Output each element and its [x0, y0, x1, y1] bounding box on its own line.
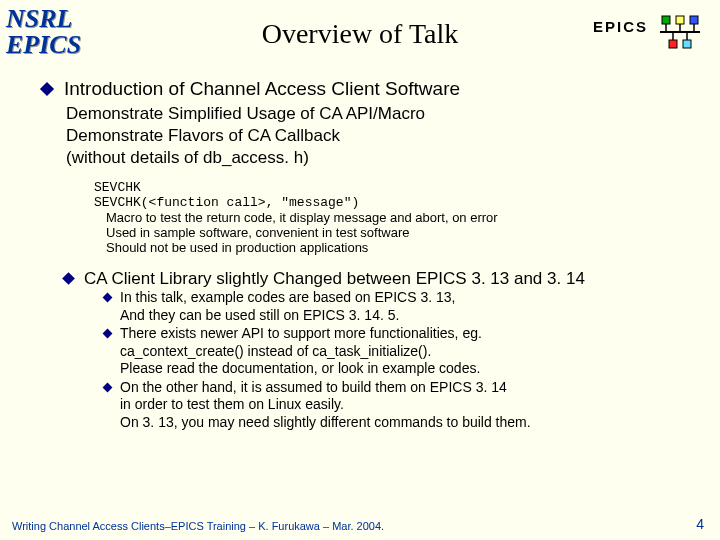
sub-bullet-item: In this talk, example codes are based on… [104, 289, 700, 324]
epics-network-icon [658, 14, 702, 50]
code-desc: Used in sample software, convenient in t… [106, 225, 700, 240]
svg-rect-1 [676, 16, 684, 24]
code-desc: Macro to test the return code, it displa… [106, 210, 700, 225]
text-line: There exists newer API to support more f… [120, 325, 482, 341]
bullet-secondary-text: CA Client Library slightly Changed betwe… [84, 269, 585, 288]
text-line: Please read the documentation, or look i… [120, 360, 480, 376]
page-number: 4 [696, 516, 704, 532]
code-desc: Should not be used in production applica… [106, 240, 700, 255]
text-line: On the other hand, it is assumed to buil… [120, 379, 507, 395]
svg-rect-10 [683, 40, 691, 48]
sub-bullet: (without details of db_access. h) [66, 148, 700, 168]
code-line: SEVCHK(<function call>, "message") [94, 195, 700, 210]
sub-bullet: Demonstrate Flavors of CA Callback [66, 126, 700, 146]
sub-bullet-item: There exists newer API to support more f… [104, 325, 700, 378]
sub-bullet: Demonstrate Simplified Usage of CA API/M… [66, 104, 700, 124]
diamond-bullet-icon [103, 293, 113, 303]
diamond-bullet-icon [103, 382, 113, 392]
text-line: On 3. 13, you may need slightly differen… [120, 414, 531, 430]
logo-line1: NSRL [6, 6, 81, 32]
bullet-main-text: Introduction of Channel Access Client So… [64, 78, 460, 99]
sub-bullet-item: On the other hand, it is assumed to buil… [104, 379, 700, 432]
logo-line2: EPICS [6, 32, 81, 58]
svg-rect-2 [690, 16, 698, 24]
svg-rect-0 [662, 16, 670, 24]
diamond-bullet-icon [103, 329, 113, 339]
text-line: In this talk, example codes are based on… [120, 289, 455, 305]
text-line: in order to test them on Linux easily. [120, 396, 344, 412]
text-line: And they can be used still on EPICS 3. 1… [120, 307, 399, 323]
diamond-bullet-icon [62, 272, 75, 285]
diamond-bullet-icon [40, 82, 54, 96]
bullet-secondary: CA Client Library slightly Changed betwe… [64, 269, 700, 289]
footer-text: Writing Channel Access Clients–EPICS Tra… [12, 520, 384, 532]
bullet-main: Introduction of Channel Access Client So… [42, 78, 700, 100]
content-area: Introduction of Channel Access Client So… [42, 78, 700, 432]
left-logo: NSRL EPICS [6, 6, 81, 58]
code-line: SEVCHK [94, 180, 700, 195]
svg-rect-9 [669, 40, 677, 48]
text-line: ca_context_create() instead of ca_task_i… [120, 343, 431, 359]
epics-label: EPICS [593, 18, 648, 35]
